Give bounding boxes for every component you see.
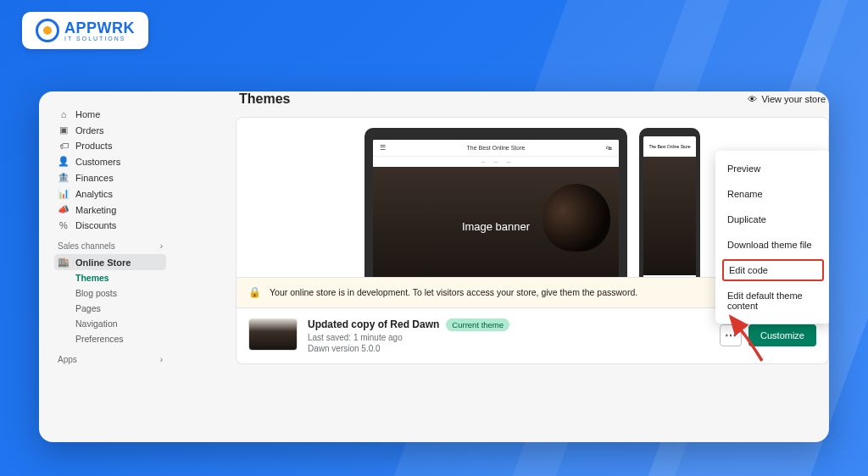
preview-store-name: The Best Online Store: [373, 140, 619, 157]
theme-actions-dropdown: Preview Rename Duplicate Download theme …: [715, 151, 829, 324]
sidebar-item-orders[interactable]: ▣Orders: [54, 122, 166, 138]
dropdown-preview[interactable]: Preview: [715, 156, 829, 181]
finances-icon: 🏦: [58, 172, 70, 183]
sidebar-item-discounts[interactable]: %Discounts: [54, 218, 166, 233]
store-icon: 🏬: [58, 257, 70, 268]
apps-label: Apps ›: [58, 355, 163, 364]
page-title: Themes: [239, 91, 290, 107]
analytics-icon: 📊: [58, 188, 70, 199]
chevron-right-icon[interactable]: ›: [160, 355, 163, 364]
orders-icon: ▣: [58, 125, 70, 136]
marketing-icon: 📣: [58, 204, 70, 215]
sidebar-sub-blog[interactable]: Blog posts: [54, 285, 166, 301]
logo-text: APPWRK: [64, 20, 135, 36]
lock-icon: 🔒: [248, 286, 261, 298]
main-content: Themes 👁 View your store The Best Online…: [236, 91, 829, 442]
view-store-link[interactable]: 👁 View your store: [748, 94, 826, 104]
sidebar-item-marketing[interactable]: 📣Marketing: [54, 202, 166, 218]
eye-icon: 👁: [748, 94, 757, 104]
sidebar-item-home[interactable]: ⌂Home: [54, 107, 166, 122]
theme-thumbnail: [248, 318, 298, 351]
dropdown-edit-content[interactable]: Edit default theme content: [715, 283, 829, 318]
sidebar-item-analytics[interactable]: 📊Analytics: [54, 185, 166, 202]
hero-banner: Image banner: [373, 167, 619, 277]
dropdown-rename[interactable]: Rename: [715, 181, 829, 207]
sidebar-sub-preferences[interactable]: Preferences: [54, 331, 166, 346]
discounts-icon: %: [58, 220, 70, 230]
desktop-preview: The Best Online Store ——— Image banner: [364, 128, 627, 277]
mobile-preview: The Best Online Store: [639, 128, 700, 277]
sidebar-sub-themes[interactable]: Themes: [54, 270, 166, 285]
chevron-right-icon[interactable]: ›: [160, 241, 163, 251]
sidebar-item-finances[interactable]: 🏦Finances: [54, 169, 166, 185]
sidebar: ⌂Home ▣Orders 🏷Products 👤Customers 🏦Fina…: [54, 107, 166, 427]
sidebar-item-products[interactable]: 🏷Products: [54, 138, 166, 153]
more-actions-button[interactable]: ⋯: [720, 324, 742, 346]
logo-subtitle: IT SOLUTIONS: [64, 36, 135, 42]
customize-button[interactable]: Customize: [748, 324, 816, 346]
home-icon: ⌂: [58, 109, 70, 119]
customers-icon: 👤: [58, 156, 70, 167]
sidebar-item-online-store[interactable]: 🏬Online Store: [54, 254, 166, 270]
sidebar-sub-pages[interactable]: Pages: [54, 301, 166, 316]
dropdown-download[interactable]: Download theme file: [715, 232, 829, 257]
appwrk-logo: APPWRK IT SOLUTIONS: [22, 12, 148, 49]
dropdown-edit-code[interactable]: Edit code: [722, 259, 824, 281]
current-theme-badge: Current theme: [446, 318, 509, 331]
sidebar-sub-navigation[interactable]: Navigation: [54, 316, 166, 331]
dropdown-duplicate[interactable]: Duplicate: [715, 207, 829, 232]
sidebar-item-customers[interactable]: 👤Customers: [54, 153, 166, 169]
sales-channels-label: Sales channels ›: [58, 241, 163, 251]
theme-name: Updated copy of Red Dawn: [308, 318, 439, 330]
app-window: ⌂Home ▣Orders 🏷Products 👤Customers 🏦Fina…: [39, 91, 829, 442]
products-icon: 🏷: [58, 141, 70, 151]
